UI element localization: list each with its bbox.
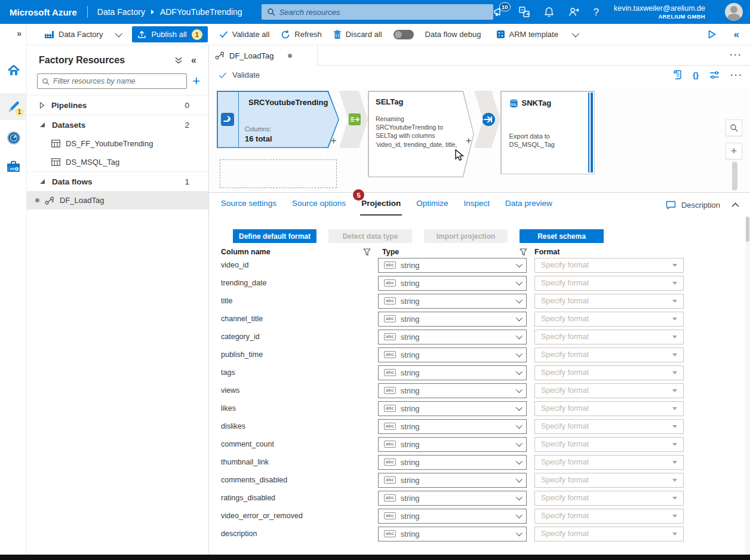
dataset-item[interactable]: DS_FF_YoutubeTrending: [27, 134, 208, 153]
global-search-box[interactable]: [262, 4, 493, 20]
type-dropdown[interactable]: abc string: [378, 473, 527, 488]
canvas-search-button[interactable]: [726, 119, 742, 136]
panel-tab[interactable]: Inspect: [463, 199, 490, 211]
format-dropdown[interactable]: Specify format: [534, 347, 684, 362]
projection-action-button[interactable]: Import projection: [424, 229, 508, 243]
help-icon[interactable]: ?: [594, 7, 599, 17]
expand-nav-icon[interactable]: »: [17, 29, 21, 38]
type-dropdown[interactable]: abc string: [378, 312, 527, 327]
format-dropdown[interactable]: Specify format: [534, 527, 684, 541]
projection-action-button[interactable]: Define default format: [233, 229, 316, 243]
arm-template-menu[interactable]: ARM template: [496, 30, 577, 39]
panel-scrollbar-thumb[interactable]: [746, 217, 749, 242]
scope-selector[interactable]: Data Factory: [44, 30, 121, 39]
tab-overflow-menu[interactable]: ···: [730, 50, 742, 60]
type-dropdown[interactable]: abc string: [378, 330, 527, 344]
whats-new-icon[interactable]: 10: [493, 7, 505, 17]
projection-action-button[interactable]: Reset schema: [520, 229, 604, 243]
breadcrumb-item[interactable]: ADFYouTubeTrending: [160, 7, 242, 17]
format-dropdown[interactable]: Specify format: [534, 258, 684, 273]
filter-funnel-icon[interactable]: [520, 248, 527, 256]
dataflow-doc-tab[interactable]: DF_LoadTag: [209, 45, 318, 66]
breadcrumb-section[interactable]: Data Factory: [97, 7, 145, 17]
azure-logo[interactable]: Microsoft Azure: [0, 7, 87, 17]
type-dropdown[interactable]: abc string: [378, 437, 527, 452]
validate-button[interactable]: Validate: [219, 70, 260, 79]
format-dropdown[interactable]: Specify format: [534, 455, 684, 470]
data-flow-debug-toggle[interactable]: [394, 30, 414, 39]
collapse-panel-icon[interactable]: «: [734, 29, 739, 41]
format-dropdown[interactable]: Specify format: [534, 276, 684, 291]
type-dropdown[interactable]: abc string: [378, 276, 527, 291]
code-view-icon[interactable]: {}: [693, 70, 699, 79]
dataflow-item-selected[interactable]: DF_LoadTag: [27, 191, 208, 210]
user-avatar[interactable]: [725, 3, 743, 21]
more-actions-menu[interactable]: ···: [730, 70, 743, 80]
format-dropdown[interactable]: Specify format: [534, 330, 684, 344]
switch-directory-icon[interactable]: [519, 7, 530, 17]
add-transform-button[interactable]: +: [466, 136, 471, 146]
refresh-button[interactable]: Refresh: [281, 30, 322, 39]
collapse-panel-chevron-icon[interactable]: [731, 202, 739, 207]
type-dropdown[interactable]: abc string: [378, 258, 527, 273]
panel-tab[interactable]: Source settings: [221, 199, 276, 211]
panel-tab[interactable]: Data preview: [505, 199, 552, 211]
canvas-scrollbar-thumb[interactable]: [732, 162, 737, 190]
type-dropdown[interactable]: abc string: [378, 347, 527, 362]
nav-home-button[interactable]: [0, 57, 27, 84]
tree-group-dataflows[interactable]: Data flows 1: [27, 171, 208, 191]
format-dropdown[interactable]: Specify format: [534, 294, 684, 309]
type-dropdown[interactable]: abc string: [378, 401, 527, 416]
type-dropdown[interactable]: abc string: [378, 491, 527, 506]
type-dropdown[interactable]: abc string: [378, 455, 527, 470]
add-transform-button[interactable]: +: [331, 136, 336, 146]
dataflow-canvas[interactable]: SRCYoutubeTrending Columns: 16 total SEL…: [209, 87, 750, 192]
tree-group-datasets[interactable]: Datasets 2: [27, 115, 208, 134]
tree-group-pipelines[interactable]: Pipelines 0: [27, 95, 208, 115]
resource-filter-box[interactable]: [37, 73, 187, 89]
format-dropdown[interactable]: Specify format: [534, 401, 684, 416]
format-dropdown[interactable]: Specify format: [534, 491, 684, 506]
panel-tab[interactable]: Source options: [292, 199, 346, 211]
resource-filter-input[interactable]: [53, 77, 182, 85]
type-dropdown[interactable]: abc string: [378, 294, 527, 309]
sink-node[interactable]: SQL SNKTag Export data to DS_MSQL_Tag: [500, 91, 595, 174]
panel-tab[interactable]: Optimize: [416, 199, 448, 211]
nav-manage-button[interactable]: [0, 153, 27, 180]
type-dropdown[interactable]: abc string: [378, 419, 527, 434]
format-dropdown[interactable]: Specify format: [534, 437, 684, 452]
format-dropdown[interactable]: Specify format: [534, 419, 684, 434]
add-resource-button[interactable]: +: [192, 75, 200, 88]
feedback-icon[interactable]: [568, 7, 580, 17]
projection-action-button[interactable]: Detect data type: [328, 229, 412, 243]
panel-tab[interactable]: 5 Projection: [361, 199, 401, 211]
type-dropdown[interactable]: abc string: [378, 365, 527, 380]
format-dropdown[interactable]: Specify format: [534, 365, 684, 380]
collapse-resources-icon[interactable]: «: [191, 55, 196, 66]
dataset-item[interactable]: DS_MSQL_Tag: [27, 153, 208, 171]
format-dropdown[interactable]: Specify format: [534, 473, 684, 488]
filter-funnel-icon[interactable]: [363, 248, 371, 256]
format-dropdown[interactable]: Specify format: [534, 383, 684, 398]
canvas-zoom-in-button[interactable]: +: [726, 143, 742, 159]
panel-scrollbar[interactable]: [745, 216, 750, 555]
account-info[interactable]: kevin.taxweiler@arelium.de ARELIUM GMBH: [614, 4, 705, 20]
search-input[interactable]: [279, 8, 488, 17]
validate-all-button[interactable]: Validate all: [219, 30, 270, 39]
script-icon[interactable]: [673, 70, 682, 80]
discard-all-button[interactable]: Discard all: [333, 30, 382, 39]
settings-sliders-icon[interactable]: [709, 70, 720, 79]
nav-author-button[interactable]: 1: [0, 93, 27, 120]
type-dropdown[interactable]: abc string: [378, 383, 527, 398]
notifications-bell-icon[interactable]: [544, 7, 554, 17]
publish-all-button[interactable]: Publish all 1: [132, 26, 207, 42]
type-dropdown[interactable]: abc string: [378, 509, 527, 524]
nav-monitor-button[interactable]: [0, 124, 27, 151]
format-dropdown[interactable]: Specify format: [534, 312, 684, 327]
type-dropdown[interactable]: abc string: [378, 527, 527, 541]
format-dropdown[interactable]: Specify format: [534, 509, 684, 524]
play-icon[interactable]: [708, 30, 716, 39]
select-node[interactable]: SELTag Renaming SRCYoutubeTrending to SE…: [368, 91, 474, 177]
collapse-all-icon[interactable]: [174, 56, 183, 64]
description-toggle[interactable]: Description: [666, 201, 720, 210]
